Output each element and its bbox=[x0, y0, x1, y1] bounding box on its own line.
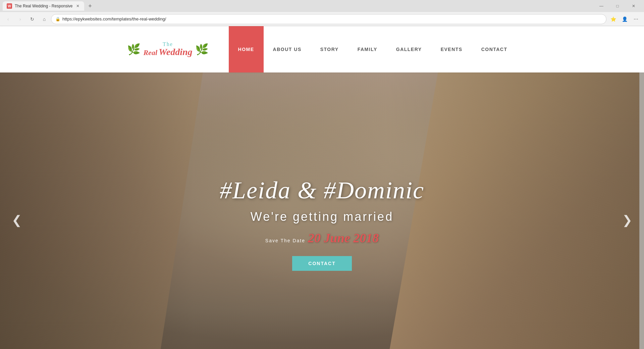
site-logo[interactable]: 🌿 The Real Wedding 🌿 bbox=[127, 41, 208, 57]
favicon-letter: W bbox=[8, 4, 11, 8]
window-controls: — □ ✕ bbox=[594, 0, 641, 12]
hero-prev-button[interactable]: ❮ bbox=[7, 210, 27, 230]
save-date-label: Save The Date bbox=[265, 238, 305, 243]
logo-wedding: Wedding bbox=[159, 47, 193, 57]
nav-link-gallery[interactable]: GALLERY bbox=[387, 26, 431, 72]
logo-leaf-right-icon: 🌿 bbox=[195, 43, 209, 56]
forward-button[interactable]: › bbox=[15, 14, 25, 24]
hero-subtitle: We're getting married bbox=[251, 210, 393, 224]
maximize-button[interactable]: □ bbox=[610, 0, 625, 12]
tab-title: The Real Wedding - Responsive bbox=[15, 4, 73, 8]
hero-couple-names: #Leida & #Dominic bbox=[220, 177, 424, 204]
logo-text: The Real Wedding bbox=[143, 41, 192, 57]
new-tab-button[interactable]: + bbox=[86, 1, 95, 11]
browser-tab[interactable]: W The Real Wedding - Responsive ✕ bbox=[3, 1, 84, 11]
nav-link-story[interactable]: STORY bbox=[311, 26, 348, 72]
logo-leaf-left-icon: 🌿 bbox=[127, 43, 141, 56]
menu-icon[interactable]: ⋯ bbox=[631, 14, 641, 24]
hero-save-date: Save The Date 20 June 2018 bbox=[265, 231, 379, 245]
hero-next-button[interactable]: ❯ bbox=[617, 210, 637, 230]
hero-section: ❮ #Leida & #Dominic We're getting marrie… bbox=[0, 72, 644, 349]
hero-contact-button[interactable]: CONTACT bbox=[292, 256, 352, 271]
logo-the: The bbox=[143, 41, 192, 47]
browser-favicon: W bbox=[7, 3, 12, 9]
nav-link-events[interactable]: EVENTS bbox=[431, 26, 472, 72]
nav-item-story[interactable]: STORY bbox=[311, 26, 348, 72]
lock-icon: 🔒 bbox=[55, 17, 60, 21]
browser-title-bar: W The Real Wedding - Responsive ✕ + — □ … bbox=[0, 0, 644, 12]
home-button[interactable]: ⌂ bbox=[39, 14, 50, 24]
hero-content: #Leida & #Dominic We're getting married … bbox=[0, 72, 644, 349]
browser-right-icons: ⭐ 👤 ⋯ bbox=[608, 14, 641, 24]
address-text: https://epykwebsites.com/templates/the-r… bbox=[62, 16, 166, 21]
refresh-button[interactable]: ↻ bbox=[27, 14, 38, 24]
tab-close-button[interactable]: ✕ bbox=[75, 4, 80, 8]
save-date-value: 20 June 2018 bbox=[308, 231, 379, 245]
nav-link-home[interactable]: HOME bbox=[229, 26, 264, 72]
minimize-button[interactable]: — bbox=[594, 0, 609, 12]
nav-link-about[interactable]: ABOUT US bbox=[264, 26, 311, 72]
site-navigation: 🌿 The Real Wedding 🌿 HOME bbox=[0, 26, 644, 72]
address-bar[interactable]: 🔒 https://epykwebsites.com/templates/the… bbox=[51, 14, 606, 24]
nav-item-gallery[interactable]: GALLERY bbox=[387, 26, 431, 72]
nav-item-events[interactable]: EVENTS bbox=[431, 26, 472, 72]
website-content: 🌿 The Real Wedding 🌿 HOME bbox=[0, 26, 644, 349]
nav-item-home[interactable]: HOME bbox=[229, 26, 264, 72]
nav-item-family[interactable]: FAMILY bbox=[348, 26, 387, 72]
back-button[interactable]: ‹ bbox=[3, 14, 13, 24]
profile-icon[interactable]: 👤 bbox=[619, 14, 630, 24]
nav-item-about[interactable]: ABOUT US bbox=[264, 26, 311, 72]
browser-window: W The Real Wedding - Responsive ✕ + — □ … bbox=[0, 0, 644, 349]
browser-toolbar: ‹ › ↻ ⌂ 🔒 https://epykwebsites.com/templ… bbox=[0, 12, 644, 26]
logo-real: Real bbox=[143, 49, 157, 57]
browser-chrome: W The Real Wedding - Responsive ✕ + — □ … bbox=[0, 0, 644, 26]
arrow-left-icon: ❮ bbox=[12, 213, 22, 227]
nav-item-contact[interactable]: CONTACT bbox=[472, 26, 517, 72]
nav-menu: HOME ABOUT US STORY FAMILY GALLERY bbox=[229, 26, 517, 72]
nav-link-contact[interactable]: CONTACT bbox=[472, 26, 517, 72]
arrow-right-icon: ❯ bbox=[622, 213, 632, 227]
extensions-icon[interactable]: ⭐ bbox=[608, 14, 619, 24]
nav-link-family[interactable]: FAMILY bbox=[348, 26, 387, 72]
close-button[interactable]: ✕ bbox=[626, 0, 641, 12]
